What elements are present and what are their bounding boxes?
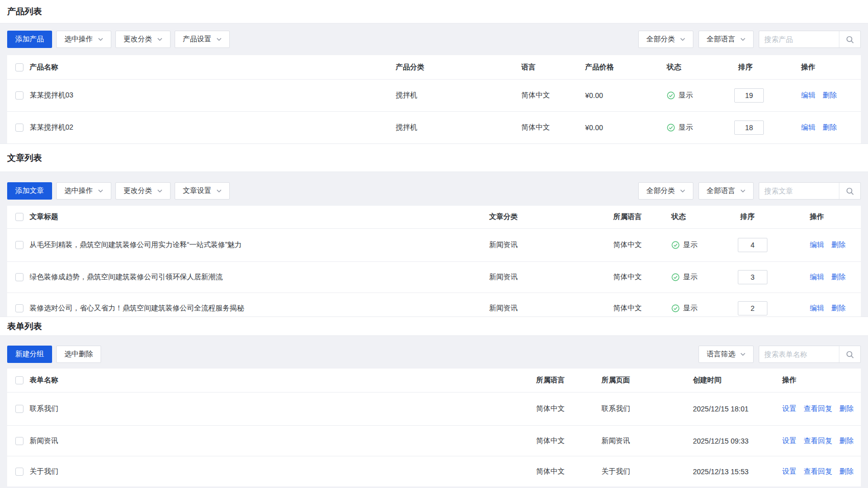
column-header: 操作 — [801, 63, 815, 72]
row-checkbox[interactable] — [15, 468, 23, 476]
status-label: 显示 — [683, 240, 697, 250]
selected-actions-dropdown[interactable]: 选中操作 — [56, 31, 111, 48]
new-group-button[interactable]: 新建分组 — [7, 346, 52, 363]
product-settings-dropdown[interactable]: 产品设置 — [175, 31, 230, 48]
chevron-down-icon — [216, 189, 222, 192]
articles-toolbar: 添加文章 选中操作 更改分类 文章设置 全部分类 — [7, 182, 861, 200]
selected-actions-label: 选中操作 — [64, 186, 93, 196]
row-checkbox[interactable] — [15, 91, 23, 100]
row-actions: 设置 查看回复 删除 — [782, 404, 854, 413]
row-actions: 设置 查看回复 删除 — [782, 436, 854, 446]
change-category-dropdown[interactable]: 更改分类 — [115, 31, 171, 48]
delete-selected-button[interactable]: 选中删除 — [56, 346, 101, 363]
select-all-checkbox[interactable] — [15, 63, 23, 71]
delete-link[interactable]: 删除 — [831, 273, 846, 281]
chevron-down-icon — [98, 38, 103, 41]
language-filter-dropdown[interactable]: 全部语言 — [698, 31, 754, 48]
delete-selected-label: 选中删除 — [64, 350, 93, 359]
form-page: 联系我们 — [601, 404, 630, 413]
sort-input[interactable] — [738, 238, 767, 252]
page-title-forms: 表单列表 — [7, 321, 42, 332]
view-replies-link[interactable]: 查看回复 — [804, 404, 832, 412]
add-product-button[interactable]: 添加产品 — [7, 31, 52, 48]
selected-actions-label: 选中操作 — [64, 35, 93, 44]
articles-table-header: 文章标题 文章分类 所属语言 状态 排序 操作 — [7, 206, 861, 228]
form-page: 关于我们 — [601, 467, 630, 476]
article-settings-dropdown[interactable]: 文章设置 — [175, 182, 230, 200]
row-checkbox[interactable] — [15, 273, 23, 281]
table-row: 装修选对公司，省心又省力！鼎筑空间建筑装修公司全流程服务揭秘 新闻资讯 简体中文… — [7, 292, 861, 316]
forms-toolbar: 新建分组 选中删除 语言筛选 — [7, 346, 861, 363]
delete-link[interactable]: 删除 — [839, 404, 854, 412]
forms-panel: 新建分组 选中删除 语言筛选 — [0, 336, 868, 488]
forms-table-header: 表单名称 所属语言 所属页面 创建时间 操作 — [7, 369, 861, 392]
column-header: 排序 — [740, 212, 755, 222]
column-header: 语言 — [521, 63, 536, 72]
language-filter-dropdown[interactable]: 语言筛选 — [698, 346, 754, 363]
settings-link[interactable]: 设置 — [782, 436, 797, 445]
sort-input[interactable] — [734, 120, 764, 135]
form-language: 简体中文 — [536, 467, 565, 476]
sort-input[interactable] — [738, 301, 767, 315]
product-name: 某某搅拌机02 — [30, 123, 74, 132]
status-badge: 显示 — [667, 123, 693, 132]
check-circle-icon — [671, 273, 680, 281]
row-checkbox[interactable] — [15, 241, 23, 249]
chevron-down-icon — [157, 189, 162, 192]
chevron-down-icon — [740, 189, 745, 192]
articles-section: 文章列表 添加文章 选中操作 更改分类 文章设置 — [0, 143, 868, 316]
article-search-input[interactable] — [759, 183, 839, 199]
article-title: 装修选对公司，省心又省力！鼎筑空间建筑装修公司全流程服务揭秘 — [30, 304, 244, 313]
edit-link[interactable]: 编辑 — [810, 273, 824, 281]
language-filter-dropdown[interactable]: 全部语言 — [698, 182, 754, 200]
table-row: 关于我们 简体中文 关于我们 2025/12/13 15:53 设置 查看回复 … — [7, 456, 861, 486]
view-replies-link[interactable]: 查看回复 — [804, 467, 832, 475]
product-search-input[interactable] — [759, 31, 839, 47]
category-filter-dropdown[interactable]: 全部分类 — [638, 31, 693, 48]
table-row: 新闻资讯 简体中文 新闻资讯 2025/12/15 09:33 设置 查看回复 … — [7, 425, 861, 456]
row-actions: 编辑 删除 — [810, 304, 846, 313]
delete-link[interactable]: 删除 — [823, 123, 837, 131]
products-panel: 添加产品 选中操作 更改分类 产品设置 全部分类 — [0, 23, 868, 143]
edit-link[interactable]: 编辑 — [810, 304, 824, 312]
sort-input[interactable] — [738, 270, 767, 284]
delete-link[interactable]: 删除 — [839, 436, 854, 445]
category-filter-dropdown[interactable]: 全部分类 — [638, 182, 693, 200]
select-all-checkbox[interactable] — [15, 213, 23, 221]
delete-link[interactable]: 删除 — [831, 304, 846, 312]
view-replies-link[interactable]: 查看回复 — [804, 436, 832, 445]
change-category-dropdown[interactable]: 更改分类 — [115, 182, 171, 200]
row-checkbox[interactable] — [15, 405, 23, 413]
search-button[interactable] — [839, 31, 860, 47]
settings-link[interactable]: 设置 — [782, 404, 797, 412]
row-checkbox[interactable] — [15, 437, 23, 445]
chevron-down-icon — [98, 189, 103, 192]
product-language: 简体中文 — [521, 123, 550, 132]
sort-input[interactable] — [734, 88, 764, 103]
row-checkbox[interactable] — [15, 304, 23, 312]
add-article-button[interactable]: 添加文章 — [7, 182, 52, 200]
chevron-down-icon — [740, 38, 745, 41]
row-actions: 编辑 删除 — [810, 273, 846, 282]
column-header: 文章标题 — [30, 212, 58, 222]
row-checkbox[interactable] — [15, 124, 23, 132]
delete-link[interactable]: 删除 — [839, 467, 854, 475]
delete-link[interactable]: 删除 — [831, 240, 846, 249]
edit-link[interactable]: 编辑 — [801, 91, 815, 99]
delete-link[interactable]: 删除 — [823, 91, 837, 99]
edit-link[interactable]: 编辑 — [810, 240, 824, 249]
settings-link[interactable]: 设置 — [782, 467, 797, 475]
edit-link[interactable]: 编辑 — [801, 123, 815, 131]
page-title-products: 产品列表 — [7, 6, 42, 17]
form-language: 简体中文 — [536, 436, 565, 446]
selected-actions-dropdown[interactable]: 选中操作 — [56, 182, 111, 200]
products-table: 产品名称 产品分类 语言 产品价格 状态 排序 操作 某某搅拌机03 搅拌机 简… — [7, 55, 861, 143]
column-header: 产品价格 — [585, 63, 614, 72]
chevron-down-icon — [740, 353, 745, 356]
search-button[interactable] — [839, 346, 860, 362]
status-badge: 显示 — [667, 91, 693, 100]
article-title: 绿色装修成趋势，鼎筑空间建筑装修公司引领环保人居新潮流 — [30, 273, 223, 282]
select-all-checkbox[interactable] — [15, 376, 23, 384]
search-button[interactable] — [839, 183, 860, 199]
form-search-input[interactable] — [759, 346, 839, 362]
